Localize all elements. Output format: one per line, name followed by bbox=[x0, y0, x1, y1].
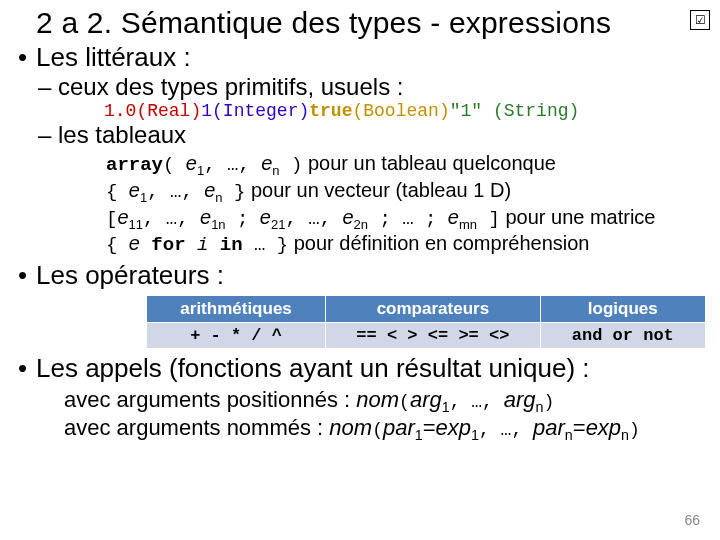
td-comp: == < > <= >= <> bbox=[326, 323, 540, 349]
primitives-examples: 1.0(Real)1(Integer)true(Boolean)"1" (Str… bbox=[104, 101, 706, 121]
th-comp: comparateurs bbox=[326, 296, 540, 323]
checkbox-icon: ☑ bbox=[690, 10, 710, 30]
subbullet-primitives: ceux des types primitifs, usuels : 1.0(R… bbox=[58, 73, 706, 121]
td-logic: and or not bbox=[540, 323, 705, 349]
bullet-operators: Les opérateurs : arithmétiques comparate… bbox=[36, 260, 706, 349]
subbullet-arrays: les tableaux array( e1, …, en ) pour un … bbox=[58, 121, 706, 258]
bullet-literals: Les littéraux : ceux des types primitifs… bbox=[36, 42, 706, 258]
array-line-3: [e11, …, e1n ; e21, …, e2n ; … ; emn ] p… bbox=[106, 205, 706, 232]
th-arith: arithmétiques bbox=[147, 296, 326, 323]
th-logic: logiques bbox=[540, 296, 705, 323]
page-number: 66 bbox=[684, 512, 700, 528]
bullet-calls: Les appels (fonctions ayant un résultat … bbox=[36, 353, 706, 441]
arrays-block: array( e1, …, en ) pour un tableau quelc… bbox=[106, 151, 706, 258]
array-line-2: { e1, …, en } pour un vecteur (tableau 1… bbox=[106, 178, 706, 205]
td-arith: + - * / ^ bbox=[147, 323, 326, 349]
array-line-1: array( e1, …, en ) pour un tableau quelc… bbox=[106, 151, 706, 178]
slide-title: 2 a 2. Sémantique des types - expression… bbox=[36, 6, 706, 40]
calls-positional: avec arguments positionnés : nom(arg1, …… bbox=[64, 386, 706, 414]
array-line-4: { e for i in … } pour définition en comp… bbox=[106, 231, 706, 258]
calls-block: avec arguments positionnés : nom(arg1, …… bbox=[64, 386, 706, 441]
calls-named: avec arguments nommés : nom(par1=exp1, …… bbox=[64, 414, 706, 442]
operators-table: arithmétiques comparateurs logiques + - … bbox=[146, 295, 706, 349]
